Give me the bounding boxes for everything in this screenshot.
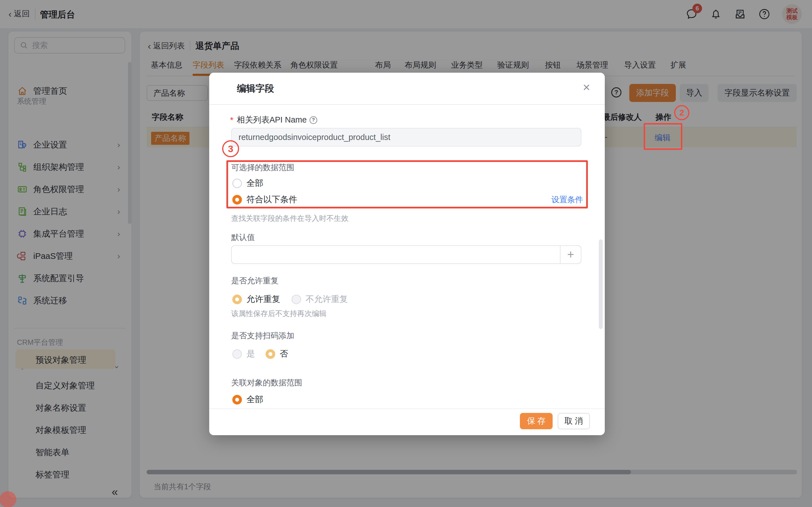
radio-disabled-icon	[232, 349, 242, 359]
duplicate-allow-label: 允许重复	[246, 293, 280, 305]
app-root: ‹ 返回 管理后台 6	[0, 0, 812, 507]
add-default-value-button[interactable]: +	[560, 246, 581, 263]
duplicate-deny-label: 不允许重复	[306, 293, 348, 305]
annotation-circle-2: 2	[674, 105, 689, 120]
api-name-input: returnedgoodsinvoiceproduct_product_list	[231, 128, 581, 147]
api-name-label-row: * 相关列表API Name ?	[230, 114, 317, 126]
radio-selected-icon[interactable]	[232, 395, 242, 404]
default-value-label: 默认值	[231, 232, 255, 243]
default-value-input[interactable]	[232, 246, 560, 263]
annotation-rect-scope	[226, 160, 588, 209]
allow-duplicate-label: 是否允许重复	[231, 276, 278, 286]
dialog-title: 编辑字段	[237, 82, 274, 95]
scope-hint: 查找关联字段的条件在导入时不生效	[231, 214, 349, 223]
radio-disabled-icon	[292, 295, 301, 304]
save-button[interactable]: 保 存	[520, 413, 553, 429]
annotation-rect-edit	[644, 123, 682, 150]
cancel-button[interactable]: 取 消	[558, 413, 590, 429]
scan-no-option: 否	[266, 348, 288, 360]
related-scope-label: 关联对象的数据范围	[231, 378, 302, 388]
scan-add-label: 是否支持扫码添加	[231, 330, 294, 341]
radio-selected-disabled-icon	[232, 295, 242, 304]
close-icon[interactable]: ×	[583, 81, 590, 94]
dialog-scrollbar-thumb[interactable]	[599, 239, 603, 329]
duplicate-hint: 该属性保存后不支持再次编辑	[231, 309, 326, 319]
scan-no-label: 否	[280, 348, 288, 360]
api-name-label: 相关列表API Name	[237, 114, 307, 126]
duplicate-deny-option: 不允许重复	[292, 293, 348, 305]
annotation-circle-3: 3	[222, 140, 239, 157]
scan-yes-label: 是	[246, 348, 255, 360]
related-scope-all-label[interactable]: 全部	[246, 394, 263, 405]
edit-field-dialog: 编辑字段 × * 相关列表API Name ? returnedgoodsinv…	[209, 73, 605, 435]
radio-selected-disabled-icon	[266, 349, 275, 359]
duplicate-allow-option: 允许重复	[232, 293, 280, 305]
dialog-footer-divider	[209, 408, 605, 409]
related-scope-all-option[interactable]: 全部	[232, 394, 263, 405]
dialog-header-divider	[209, 104, 605, 105]
scan-yes-option: 是	[232, 348, 255, 360]
annotation-click-dot	[0, 491, 16, 507]
required-asterisk: *	[230, 115, 234, 125]
api-help-icon[interactable]: ?	[310, 116, 317, 124]
default-value-field: +	[231, 245, 581, 264]
